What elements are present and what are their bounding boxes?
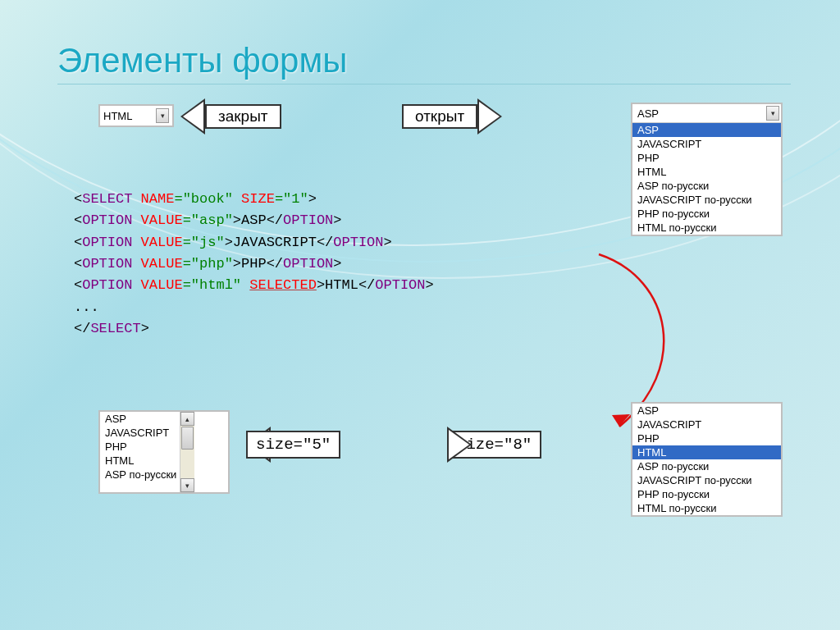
code-block: <select name="book" size="1"> <option va… (74, 189, 434, 340)
list-item[interactable]: HTML (105, 454, 176, 468)
arrow-closed: закрыт (180, 98, 281, 135)
list-item[interactable]: ASP по-русски (632, 179, 781, 193)
arrow-open: открыт (402, 98, 502, 135)
scrollbar[interactable]: ▴ ▾ (180, 412, 194, 492)
list-item[interactable]: PHP (105, 440, 176, 454)
list-item[interactable]: ASP (632, 123, 781, 137)
page-title: Элементы формы (57, 41, 791, 84)
list-item[interactable]: JAVASCRIPT по-русски (637, 473, 778, 487)
dropdown-closed[interactable]: HTML ▾ (98, 104, 174, 127)
list-item[interactable]: ASP по-русски (637, 459, 778, 473)
listbox-size8[interactable]: ASP JAVASCRIPT PHP HTML ASP по-русски JA… (631, 402, 783, 517)
list-item[interactable]: ASP (105, 412, 176, 426)
list-item[interactable]: JAVASCRIPT (105, 426, 176, 440)
slide: Элементы формы HTML ▾ закрыт открыт ASP … (0, 0, 840, 630)
list-item[interactable]: HTML по-русски (637, 501, 778, 515)
dropdown-closed-value: HTML (103, 110, 132, 122)
arrow-left-icon (180, 98, 205, 135)
list-item[interactable]: PHP по-русски (637, 487, 778, 501)
label-closed: закрыт (205, 104, 281, 129)
arrow-right-icon (447, 427, 472, 463)
dropdown-open-value: ASP (637, 107, 659, 120)
row-top: HTML ▾ закрыт открыт ASP ▾ ASP JAVASCRIP… (98, 103, 791, 152)
row-bottom: ASP JAVASCRIPT PHP HTML ASP по-русски ▴ … (98, 402, 791, 574)
list-item[interactable]: PHP (632, 151, 781, 165)
label-size5: size="5" (246, 431, 340, 459)
list-item[interactable]: ASP по-русски (105, 468, 176, 482)
list-item[interactable]: PHP (637, 431, 778, 445)
list-item[interactable]: HTML (632, 445, 781, 459)
list-item[interactable]: JAVASCRIPT (632, 137, 781, 151)
list-item[interactable]: JAVASCRIPT по-русски (632, 193, 781, 207)
dropdown-open[interactable]: ASP ▾ ASP JAVASCRIPT PHP HTML ASP по-рус… (631, 103, 783, 236)
chevron-down-icon[interactable]: ▾ (766, 106, 779, 121)
scroll-thumb[interactable] (181, 427, 194, 450)
listbox-size5[interactable]: ASP JAVASCRIPT PHP HTML ASP по-русски ▴ … (98, 410, 230, 494)
chevron-down-icon[interactable]: ▾ (156, 108, 169, 123)
scroll-up-icon[interactable]: ▴ (180, 412, 194, 426)
list-item[interactable]: PHP по-русски (632, 207, 781, 221)
list-item[interactable]: JAVASCRIPT (637, 418, 778, 431)
list-item[interactable]: ASP (637, 404, 778, 418)
arrow-right-icon (477, 98, 502, 135)
list-item[interactable]: HTML (632, 165, 781, 179)
scroll-down-icon[interactable]: ▾ (180, 478, 194, 492)
label-open: открыт (402, 104, 477, 129)
list-item[interactable]: HTML по-русски (632, 221, 781, 235)
